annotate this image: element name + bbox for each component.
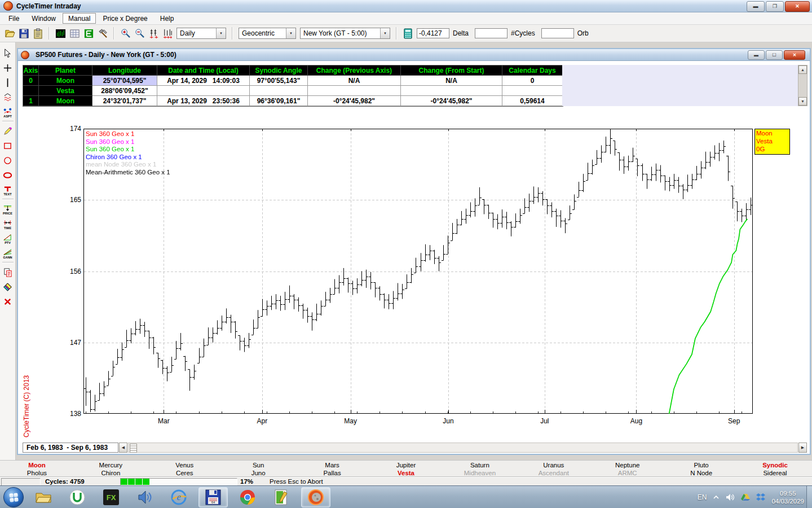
table-header-planet: Planet xyxy=(39,65,92,76)
scroll-down-icon[interactable]: ▼ xyxy=(798,97,807,106)
calculator-icon[interactable] xyxy=(401,27,414,40)
minimize-button[interactable]: ▬ xyxy=(747,1,765,12)
zoom-out-icon[interactable] xyxy=(133,27,145,40)
volume-tray-icon[interactable] xyxy=(726,493,735,501)
price-chart-canvas[interactable] xyxy=(83,129,753,414)
child-minimize-button[interactable]: ▬ xyxy=(748,50,765,60)
price-tool-icon[interactable]: PRICE xyxy=(1,202,15,216)
chart-icon[interactable] xyxy=(54,27,67,40)
planet-toggle-moon[interactable]: MoonPholus xyxy=(0,461,74,478)
taskbar-app-chrome[interactable] xyxy=(233,488,262,507)
ellipse-tool-icon[interactable] xyxy=(1,168,15,182)
taskbar-app-explorer[interactable] xyxy=(29,488,58,507)
menu-item-price-x-degree[interactable]: Price x Degree xyxy=(97,13,153,24)
dropbox-tray-icon[interactable] xyxy=(756,493,765,501)
close-button[interactable]: ✕ xyxy=(785,1,810,12)
taskbar-app-cycletimer[interactable] xyxy=(301,487,330,507)
circle-tool-icon[interactable] xyxy=(1,154,15,167)
planet-toggle-uranus[interactable]: UranusAscendant xyxy=(517,461,590,478)
cycles-input[interactable] xyxy=(475,28,508,38)
pencil-tool-icon[interactable] xyxy=(1,124,15,138)
table-row-1-planet: Vesta xyxy=(39,86,92,96)
planet-toggle-mercury[interactable]: MercuryChiron xyxy=(74,461,148,478)
table-row-1-longitude[interactable]: 288°06'09,452" xyxy=(92,86,157,96)
planet-top-label: Synodic xyxy=(762,461,788,469)
vertical-line-tool-icon[interactable] xyxy=(1,76,15,89)
planet-bottom-label: Pholus xyxy=(27,469,47,477)
menu-item-window[interactable]: Window xyxy=(26,13,61,24)
delta-input[interactable] xyxy=(417,28,449,38)
clipboard-icon[interactable] xyxy=(32,27,44,40)
planet-toggle-mars[interactable]: MarsPallas xyxy=(295,461,369,478)
scroll-left-icon[interactable]: ◀ xyxy=(119,443,127,453)
table-scrollbar[interactable]: ▲ ▼ xyxy=(798,65,807,106)
aspect-tool-icon[interactable]: ASPT xyxy=(1,105,15,119)
taskbar-app-fx-trader[interactable]: FX xyxy=(97,488,125,507)
taskbar-app-notepad[interactable] xyxy=(267,488,295,507)
open-icon[interactable] xyxy=(3,27,16,40)
clock[interactable]: 09:55 04/03/2029 xyxy=(771,489,804,505)
legend-item: Sun 360 Geo x 1 xyxy=(86,146,170,154)
child-close-button[interactable]: ✕ xyxy=(784,50,805,60)
child-maximize-button[interactable]: ☐ xyxy=(766,50,783,60)
chevron-down-icon[interactable]: ▼ xyxy=(286,28,295,38)
save-icon[interactable] xyxy=(17,27,30,40)
planet-toggle-sun[interactable]: SunJuno xyxy=(222,461,295,478)
grid-icon[interactable] xyxy=(68,27,81,40)
scroll-right-icon[interactable]: ▶ xyxy=(798,443,807,453)
period-combo[interactable]: Daily ▼ xyxy=(176,28,226,39)
time-tool-icon[interactable]: TIME xyxy=(1,217,15,230)
menu-item-file[interactable]: File xyxy=(3,13,25,24)
delete-tool-icon[interactable] xyxy=(1,295,15,308)
tools-icon[interactable] xyxy=(96,27,109,40)
zoom-in-icon[interactable] xyxy=(119,27,131,40)
timezone-combo[interactable]: New York (GT - 5:00) ▼ xyxy=(300,28,390,39)
coordinate-combo[interactable]: Geocentric ▼ xyxy=(239,28,296,39)
table-row-2-longitude[interactable]: 24°32'01,737" xyxy=(92,96,157,106)
planet-toggle-saturn[interactable]: SaturnMidheaven xyxy=(443,461,517,478)
planet-selector-bar: MoonPholusMercuryChironVenusCeresSunJuno… xyxy=(0,460,812,478)
crosshair-tool-icon[interactable] xyxy=(1,61,15,75)
taskbar-app-internet-explorer[interactable]: e xyxy=(165,488,193,507)
planet-bottom-label: Midheaven xyxy=(464,469,496,477)
menu-item-manual[interactable]: Manual xyxy=(63,13,96,24)
chevron-down-icon[interactable]: ▼ xyxy=(380,28,390,38)
coordinate-combo-value: Geocentric xyxy=(239,29,286,37)
svg-text:e: e xyxy=(176,492,180,502)
gdrive-tray-icon[interactable] xyxy=(741,493,750,501)
eraser-tool-icon[interactable] xyxy=(1,280,15,294)
pointer-tool-icon[interactable] xyxy=(1,46,15,60)
hidden-icons-chevron[interactable] xyxy=(713,494,720,500)
ptv-tool-icon[interactable]: PTV xyxy=(1,231,15,245)
gann-tool-icon[interactable]: GANN xyxy=(1,246,15,260)
price-scale-icon[interactable] xyxy=(147,27,160,40)
show-desktop-button[interactable] xyxy=(806,486,812,508)
eclipse-icon[interactable] xyxy=(82,27,95,40)
planet-toggle-neptune[interactable]: NeptuneARMC xyxy=(590,461,664,478)
date-scrollbar-thumb[interactable] xyxy=(130,444,137,453)
date-scrollbar[interactable] xyxy=(128,443,798,453)
scroll-up-icon[interactable]: ▲ xyxy=(798,65,807,74)
time-scale-icon[interactable] xyxy=(161,27,174,40)
taskbar-app-backup-disk[interactable]: 64 xyxy=(198,487,228,507)
menu-item-help[interactable]: Help xyxy=(155,13,180,24)
start-button[interactable] xyxy=(3,487,24,507)
chart-window-titlebar: SP500 Futures - Daily - New York (GT - 5… xyxy=(17,48,811,61)
taskbar-app-utorrent[interactable] xyxy=(63,488,91,507)
copy-tool-icon[interactable] xyxy=(1,265,15,279)
taskbar-app-volume-mixer[interactable] xyxy=(131,488,159,507)
orb-input[interactable] xyxy=(541,28,574,38)
x-tick-label: Jun xyxy=(437,417,460,425)
rectangle-tool-icon[interactable] xyxy=(1,139,15,152)
language-indicator[interactable]: EN xyxy=(698,493,707,501)
table-row-1-axis xyxy=(23,86,39,96)
planet-toggle-venus[interactable]: VenusCeres xyxy=(148,461,222,478)
wave-tool-icon[interactable] xyxy=(1,90,15,104)
chevron-down-icon[interactable]: ▼ xyxy=(216,28,226,38)
restore-button[interactable]: ❐ xyxy=(766,1,784,12)
planet-toggle-pluto[interactable]: PlutoN Node xyxy=(664,461,738,478)
text-tool-icon[interactable]: TEXT xyxy=(1,183,15,196)
planet-toggle-synodic[interactable]: SynodicSidereal xyxy=(738,461,812,478)
planet-toggle-jupiter[interactable]: JupiterVesta xyxy=(369,461,443,478)
table-row-0-longitude[interactable]: 25°07'04,595" xyxy=(92,76,157,86)
